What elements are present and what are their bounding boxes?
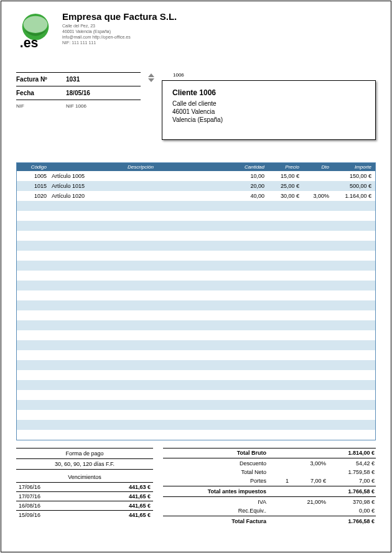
- invoice-stepper[interactable]: [146, 72, 157, 140]
- logo-es-icon: .es: [16, 11, 55, 50]
- table-row: 1020Artículo 102040,0030,00 €3,00%1.164,…: [17, 191, 375, 201]
- col-qty: Cantidad: [232, 163, 267, 171]
- cell-price: 30,00 €: [267, 192, 302, 200]
- cell-desc: Artículo 1015: [49, 182, 232, 190]
- client-box: Cliente 1006 Calle del cliente 46001 Val…: [162, 80, 376, 140]
- cell-code: 1005: [17, 172, 49, 180]
- antes-value: 1.766,58 €: [326, 488, 376, 495]
- portes-value: 7,00 €: [326, 478, 376, 484]
- invoice-no-value: 1031: [66, 76, 80, 83]
- table-row-empty: [17, 360, 375, 370]
- due-date: 17/06/16: [19, 484, 40, 490]
- date-label: Fecha: [16, 90, 66, 96]
- rec-value: 0,00 €: [326, 508, 376, 514]
- nif-value: NIF 1006: [66, 103, 86, 109]
- svg-point-1: [24, 16, 48, 33]
- cell-dto: 3,00%: [302, 192, 332, 200]
- col-imp: Importe: [332, 163, 375, 171]
- discount-value: 54,42 €: [326, 460, 376, 467]
- invoice-meta: Factura Nº 1031 Fecha 18/05/16 NIF NIF 1…: [16, 72, 141, 140]
- cell-code: 1015: [17, 182, 49, 190]
- table-row-empty: [17, 290, 375, 300]
- total-bruto-value: 1.814,00 €: [326, 450, 376, 456]
- client-number: 1006: [173, 72, 376, 78]
- antes-label: Total antes impuestos: [163, 488, 270, 495]
- items-table: Código Descripción Cantidad Precio Dto I…: [16, 162, 376, 440]
- due-date: 17/07/16: [19, 493, 40, 500]
- chevron-down-icon[interactable]: [148, 78, 154, 82]
- table-row-empty: [17, 281, 375, 290]
- payment-block: Forma de pago 30, 60, 90, 120 días F.F. …: [16, 448, 153, 526]
- date-value: 18/05/16: [66, 90, 90, 96]
- client-address: Calle del cliente 46001 Valencia Valenci…: [172, 100, 365, 124]
- cell-desc: Artículo 1020: [49, 192, 232, 200]
- cell-qty: 20,00: [232, 182, 267, 190]
- table-row-empty: [17, 350, 375, 360]
- table-row-empty: [17, 221, 375, 231]
- due-amount: 441,65 €: [129, 503, 151, 509]
- cell-qty: 10,00: [232, 172, 267, 180]
- due-amount: 441,65 €: [129, 512, 151, 518]
- iva-pct: 21,00%: [289, 499, 326, 505]
- cell-imp: 1.164,00 €: [332, 192, 375, 200]
- cell-imp: 150,00 €: [332, 172, 375, 180]
- rec-label: Rec.Equiv..: [163, 508, 270, 514]
- cell-dto: [302, 185, 332, 187]
- portes-unit: 7,00 €: [289, 478, 326, 484]
- table-row: 1005Artículo 100510,0015,00 €150,00 €: [17, 171, 375, 181]
- table-row-empty: [17, 231, 375, 241]
- payment-mode-value: 30, 60, 90, 120 días F.F.: [16, 459, 153, 469]
- total-bruto-label: Total Bruto: [163, 450, 270, 456]
- company-name: Empresa que Factura S.L.: [62, 11, 376, 22]
- company-block: Empresa que Factura S.L. Calle del Pez, …: [62, 11, 376, 50]
- cell-code: 1020: [17, 192, 49, 200]
- due-row: 17/07/16441,65 €: [16, 492, 153, 501]
- table-row-empty: [17, 400, 375, 410]
- nif-label: NIF: [16, 103, 66, 109]
- cell-dto: [302, 175, 332, 177]
- neto-value: 1.759,58 €: [326, 469, 376, 475]
- items-body: 1005Artículo 100510,0015,00 €150,00 €101…: [17, 171, 375, 440]
- table-row-empty: [17, 211, 375, 221]
- col-price: Precio: [267, 163, 302, 171]
- iva-label: IVA: [163, 499, 270, 505]
- cell-desc: Artículo 1005: [49, 172, 232, 180]
- table-row-empty: [17, 251, 375, 261]
- cell-imp: 500,00 €: [332, 182, 375, 190]
- due-row: 17/06/16441,63 €: [16, 483, 153, 492]
- table-row-empty: [17, 430, 375, 440]
- table-row-empty: [17, 410, 375, 420]
- client-area: 1006 Cliente 1006 Calle del cliente 4600…: [162, 72, 376, 140]
- due-date: 15/09/16: [19, 512, 40, 518]
- invoice-no-label: Factura Nº: [16, 76, 66, 83]
- table-row-empty: [17, 261, 375, 271]
- discount-label: Descuento: [163, 460, 270, 467]
- totals-block: Total Bruto 1.814,00 € Descuento 3,00% 5…: [163, 448, 376, 526]
- info-area: Factura Nº 1031 Fecha 18/05/16 NIF NIF 1…: [16, 72, 376, 140]
- iva-value: 370,98 €: [326, 499, 376, 505]
- table-row-empty: [17, 241, 375, 251]
- table-row-empty: [17, 390, 375, 400]
- table-row-empty: [17, 420, 375, 430]
- company-address: Calle del Pez, 23 46001 Valencia (España…: [62, 23, 376, 45]
- client-name: Cliente 1006: [172, 88, 365, 97]
- neto-label: Total Neto: [163, 469, 270, 475]
- portes-qty: 1: [270, 478, 289, 484]
- table-row-empty: [17, 330, 375, 340]
- total-value: 1.766,58 €: [326, 518, 376, 524]
- bottom-area: Forma de pago 30, 60, 90, 120 días F.F. …: [16, 448, 376, 526]
- invoice-page: .es Empresa que Factura S.L. Calle del P…: [1, 1, 391, 552]
- items-header: Código Descripción Cantidad Precio Dto I…: [17, 163, 375, 171]
- table-row: 1015Artículo 101520,0025,00 €500,00 €: [17, 181, 375, 191]
- cell-price: 15,00 €: [267, 172, 302, 180]
- col-desc: Descripción: [49, 163, 232, 171]
- cell-qty: 40,00: [232, 192, 267, 200]
- table-row-empty: [17, 201, 375, 211]
- due-date: 16/08/16: [19, 503, 40, 509]
- due-amount: 441,65 €: [129, 493, 151, 500]
- chevron-up-icon[interactable]: [148, 73, 154, 77]
- col-dto: Dto: [302, 163, 332, 171]
- due-row: 15/09/16441,65 €: [16, 511, 153, 519]
- table-row-empty: [17, 340, 375, 350]
- col-code: Código: [17, 163, 49, 171]
